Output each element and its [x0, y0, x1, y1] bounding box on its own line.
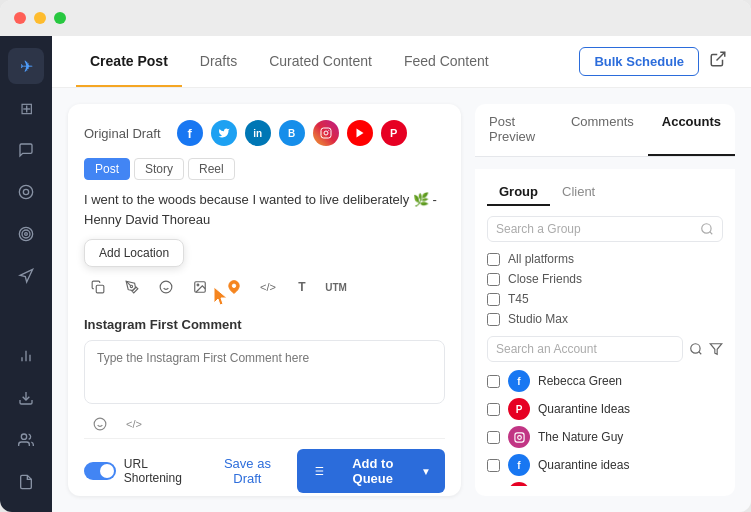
right-panel: Post Preview Comments Accounts Group Cli… [475, 104, 735, 496]
group-checkbox-all[interactable] [487, 253, 500, 266]
svg-point-16 [130, 285, 132, 287]
bulk-schedule-button[interactable]: Bulk Schedule [579, 47, 699, 76]
account-name-quarantine2: Quarantine ideas [538, 458, 629, 472]
add-to-queue-chevron: ▼ [421, 466, 431, 477]
top-tabs-bar: Create Post Drafts Curated Content Feed … [52, 36, 751, 88]
svg-point-39 [517, 435, 521, 439]
svg-point-13 [328, 130, 329, 131]
editor-header: Original Draft f in B [84, 120, 445, 146]
accounts-search-input[interactable] [487, 336, 683, 362]
pt-tab-reel[interactable]: Reel [188, 158, 235, 180]
svg-point-22 [232, 284, 236, 288]
save-draft-button[interactable]: Save as Draft [208, 456, 286, 486]
search-group-input[interactable] [496, 222, 694, 236]
emoji-toolbar-icon[interactable] [152, 273, 180, 301]
group-label-t45: T45 [508, 292, 529, 306]
filter-icon[interactable] [709, 342, 723, 356]
code-toolbar-icon[interactable]: </> [254, 273, 282, 301]
sidebar: ✈ ⊞ [0, 36, 52, 512]
account-checkbox-quarantine[interactable] [487, 403, 500, 416]
youtube-icon[interactable] [347, 120, 373, 146]
pinterest-icon[interactable]: P [381, 120, 407, 146]
sidebar-icon-network[interactable] [8, 174, 44, 210]
comment-code-icon[interactable]: </> [120, 410, 148, 438]
instagram-icon[interactable] [313, 120, 339, 146]
text-toolbar-icon[interactable]: T [288, 273, 316, 301]
url-shortening-switch[interactable] [84, 462, 116, 480]
svg-point-9 [21, 434, 26, 439]
svg-line-36 [699, 352, 702, 355]
original-draft-label: Original Draft [84, 126, 161, 141]
account-avatar-quarantine2: f [508, 454, 530, 476]
bottom-bar: URL Shortening Save as Draft Add to Queu… [84, 438, 445, 493]
add-to-queue-button[interactable]: Add to Queue ▼ [297, 449, 445, 493]
tab-accounts[interactable]: Accounts [648, 104, 735, 156]
app-body: ✈ ⊞ [0, 36, 751, 512]
main-content: Create Post Drafts Curated Content Feed … [52, 36, 751, 512]
sidebar-icon-target[interactable] [8, 216, 44, 252]
sidebar-icon-download[interactable] [8, 380, 44, 416]
svg-line-34 [710, 232, 713, 235]
group-checkbox-close[interactable] [487, 273, 500, 286]
buffer-icon[interactable]: B [279, 120, 305, 146]
sidebar-icon-users[interactable] [8, 422, 44, 458]
accounts-list: f Rebecca Green P Quarantine Ideas [487, 370, 723, 486]
location-wrapper: Add Location [84, 239, 445, 313]
facebook-icon[interactable]: f [177, 120, 203, 146]
svg-rect-38 [514, 432, 523, 441]
sidebar-icon-document[interactable] [8, 464, 44, 500]
search-group-icon [700, 222, 714, 236]
content-area: Original Draft f in B [52, 88, 751, 512]
add-location-label: Add Location [99, 246, 169, 260]
tab-create-post[interactable]: Create Post [76, 37, 182, 87]
copy-toolbar-icon[interactable] [84, 273, 112, 301]
group-checkbox-studio[interactable] [487, 313, 500, 326]
pt-tab-post[interactable]: Post [84, 158, 130, 180]
svg-line-10 [717, 52, 725, 60]
account-name-nature: The Nature Guy [538, 430, 623, 444]
account-name-rebecca: Rebecca Green [538, 374, 622, 388]
editor-toolbar: </> T UTM [84, 273, 350, 301]
cursor-arrow-icon [212, 285, 232, 309]
account-checkbox-nature[interactable] [487, 431, 500, 444]
svg-marker-23 [214, 287, 227, 305]
sidebar-icon-chat[interactable] [8, 132, 44, 168]
accounts-search-icon [689, 342, 703, 356]
comment-toolbar: </> [84, 410, 445, 438]
tab-curated-content[interactable]: Curated Content [255, 37, 386, 87]
add-location-tooltip: Add Location [84, 239, 184, 267]
account-avatar-rebecca: f [508, 370, 530, 392]
group-checkbox-t45[interactable] [487, 293, 500, 306]
utm-toolbar-icon[interactable]: UTM [322, 273, 350, 301]
tab-post-preview[interactable]: Post Preview [475, 104, 557, 156]
linkedin-icon[interactable]: in [245, 120, 271, 146]
close-dot[interactable] [14, 12, 26, 24]
gc-tab-group[interactable]: Group [487, 179, 550, 206]
group-item: Studio Max [487, 312, 723, 326]
brush-toolbar-icon[interactable] [118, 273, 146, 301]
twitter-icon[interactable] [211, 120, 237, 146]
post-text: I went to the woods because I wanted to … [84, 190, 445, 229]
comment-emoji-icon[interactable] [86, 410, 114, 438]
tab-drafts[interactable]: Drafts [186, 37, 251, 87]
tab-comments[interactable]: Comments [557, 104, 648, 156]
first-comment-input[interactable] [84, 340, 445, 404]
export-icon[interactable] [709, 50, 727, 73]
sidebar-icon-grid[interactable]: ⊞ [8, 90, 44, 126]
account-checkbox-rebecca[interactable] [487, 375, 500, 388]
pt-tab-story[interactable]: Story [134, 158, 184, 180]
svg-point-33 [702, 224, 711, 233]
maximize-dot[interactable] [54, 12, 66, 24]
tab-feed-content[interactable]: Feed Content [390, 37, 503, 87]
image-toolbar-icon[interactable] [186, 273, 214, 301]
sidebar-icon-chart[interactable] [8, 338, 44, 374]
right-panel-tabs: Post Preview Comments Accounts [475, 104, 735, 157]
sidebar-icon-megaphone[interactable] [8, 258, 44, 294]
sidebar-icon-send[interactable]: ✈ [8, 48, 44, 84]
minimize-dot[interactable] [34, 12, 46, 24]
post-editor: Original Draft f in B [68, 104, 461, 496]
account-checkbox-quarantine2[interactable] [487, 459, 500, 472]
group-item: T45 [487, 292, 723, 306]
svg-point-35 [691, 344, 700, 353]
gc-tab-client[interactable]: Client [550, 179, 607, 206]
